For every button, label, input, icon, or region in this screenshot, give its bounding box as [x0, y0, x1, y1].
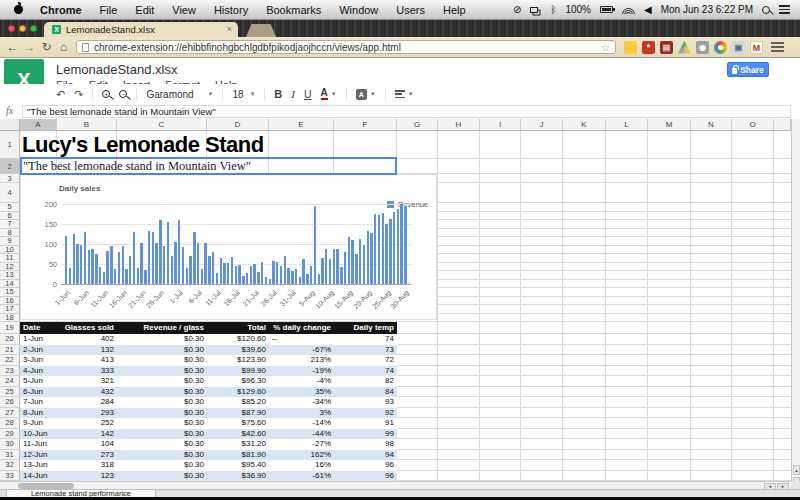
notification-center-icon[interactable] [779, 5, 790, 14]
column-header-O[interactable]: O [732, 119, 774, 130]
row-header-18[interactable]: 18 [0, 314, 20, 323]
bookmark-star-icon[interactable]: ☆ [601, 42, 610, 53]
extension-book-icon[interactable]: ▤ [660, 41, 673, 54]
fill-color-button[interactable]: A▼ [356, 89, 376, 100]
row-header-28[interactable]: 28 [0, 418, 20, 429]
row-header-29[interactable]: 29 [0, 429, 20, 440]
scroll-up-arrow[interactable]: ▴ [793, 465, 800, 475]
menubar-item-help[interactable]: Help [434, 4, 475, 16]
row-header-1[interactable]: 1 [0, 131, 20, 159]
share-button[interactable]: Share [727, 62, 769, 77]
menubar-item-users[interactable]: Users [387, 4, 434, 16]
font-size-select[interactable]: 18▼ [232, 89, 255, 100]
zoom-window-button[interactable] [30, 25, 37, 32]
photos-icon[interactable] [714, 41, 727, 54]
row-header-32[interactable]: 32 [0, 460, 20, 471]
select-all-corner[interactable] [0, 119, 20, 131]
cell-a1-title[interactable]: Lucy's Lemonade Stand [22, 131, 264, 159]
menubar-item-history[interactable]: History [205, 4, 257, 16]
displays-icon[interactable] [530, 7, 538, 13]
url-field[interactable]: chrome-extension://ehibbfinohgbchlgdbfpi… [76, 40, 616, 54]
row-header-31[interactable]: 31 [0, 450, 20, 461]
column-header-J[interactable]: J [521, 119, 563, 130]
tab-close-icon[interactable]: × [227, 25, 232, 34]
horizontal-scrollbar[interactable]: ◂ ▸ [0, 481, 791, 489]
row-header-30[interactable]: 30 [0, 439, 20, 450]
menubar-item-window[interactable]: Window [330, 4, 387, 16]
table-cell: -27% [269, 439, 334, 450]
extension-yellow-icon[interactable] [624, 41, 637, 54]
column-header-H[interactable]: H [438, 119, 480, 130]
zoom-out-icon[interactable] [119, 90, 127, 98]
row-header-19[interactable]: 19 [0, 322, 20, 334]
undo-button[interactable]: ↶ [56, 88, 65, 101]
column-header-G[interactable]: G [397, 119, 438, 130]
row-header-20[interactable]: 20 [0, 334, 20, 345]
document-title[interactable]: LemonadeStand.xlsx [56, 62, 177, 77]
chrome-menu-icon[interactable] [771, 42, 784, 52]
column-header-N[interactable]: N [691, 119, 732, 130]
table-row: 2-Jun132$0.30$39.60-67%73 [20, 345, 397, 356]
bold-button[interactable]: B [274, 88, 282, 100]
daily-sales-chart[interactable]: Daily sales Revenue 0501001502001-Jun6-J… [20, 174, 437, 320]
wifi-icon[interactable] [622, 5, 635, 14]
back-button[interactable]: ← [4, 40, 21, 54]
forward-button[interactable]: → [21, 40, 38, 54]
redo-button[interactable]: ↷ [74, 88, 83, 101]
formula-input[interactable]: "The best lemonade stand in Mountain Vie… [22, 105, 791, 118]
gmail-icon[interactable]: M [750, 41, 763, 54]
column-header-K[interactable]: K [563, 119, 606, 130]
row-header-27[interactable]: 27 [0, 408, 20, 419]
row-header-4[interactable]: 4 [0, 183, 20, 203]
column-header-L[interactable]: L [606, 119, 648, 130]
underline-button[interactable]: U [304, 88, 312, 100]
volume-icon[interactable]: ◀ [644, 4, 652, 15]
menubar-item-chrome[interactable]: Chrome [31, 4, 91, 16]
table-header-cell: Revenue / glass [117, 322, 207, 334]
menubar-item-edit[interactable]: Edit [126, 4, 163, 16]
vertical-scrollbar[interactable]: ▴ ▾ [791, 119, 800, 489]
new-tab-button[interactable] [246, 24, 276, 37]
column-header-F[interactable]: F [334, 119, 397, 130]
row-header-21[interactable]: 21 [0, 345, 20, 356]
column-header-B[interactable]: B [57, 119, 117, 130]
font-select[interactable]: Garamond▼ [146, 89, 213, 100]
column-header-E[interactable]: E [269, 119, 334, 130]
close-window-button[interactable] [8, 25, 15, 32]
spotlight-icon[interactable] [762, 6, 770, 14]
menubar-item-file[interactable]: File [91, 4, 127, 16]
reload-button[interactable]: ↻ [38, 40, 55, 54]
align-button[interactable]: ▼ [395, 90, 414, 98]
extension-red-star-icon[interactable]: * [642, 41, 655, 54]
italic-button[interactable]: I [291, 88, 295, 100]
row-header-24[interactable]: 24 [0, 376, 20, 387]
column-header-D[interactable]: D [207, 119, 269, 130]
apple-icon[interactable] [14, 5, 23, 14]
browser-tab[interactable]: X LemonadeStand.xlsx × [44, 22, 238, 37]
row-header-23[interactable]: 23 [0, 366, 20, 377]
table-cell: 72 [334, 355, 397, 366]
drive-icon[interactable] [678, 41, 691, 54]
screenshare-icon[interactable]: ▣ [732, 41, 745, 54]
text-color-button[interactable]: A▼ [321, 88, 337, 100]
time-machine-icon[interactable]: ⊘ [513, 4, 521, 15]
bluetooth-icon[interactable]: ᛒ [550, 4, 556, 15]
column-header-A[interactable]: A [20, 119, 57, 130]
row-header-2[interactable]: 2 [0, 159, 20, 174]
zoom-in-icon[interactable] [102, 90, 110, 98]
row-header-26[interactable]: 26 [0, 397, 20, 408]
home-button[interactable]: ⌂ [55, 40, 72, 54]
extension-gray-icon[interactable]: ◉ [696, 41, 709, 54]
menubar-item-bookmarks[interactable]: Bookmarks [257, 4, 330, 16]
minimize-window-button[interactable] [19, 25, 26, 32]
row-header-3[interactable]: 3 [0, 174, 20, 183]
menubar-clock[interactable]: Mon Jun 23 6:22 PM [661, 4, 753, 15]
column-header-C[interactable]: C [117, 119, 207, 130]
row-header-33[interactable]: 33 [0, 471, 20, 482]
column-header-I[interactable]: I [480, 119, 521, 130]
menubar-item-view[interactable]: View [163, 4, 205, 16]
row-header-22[interactable]: 22 [0, 355, 20, 366]
column-header-M[interactable]: M [648, 119, 691, 130]
row-header-25[interactable]: 25 [0, 387, 20, 398]
battery-icon[interactable] [600, 6, 613, 13]
